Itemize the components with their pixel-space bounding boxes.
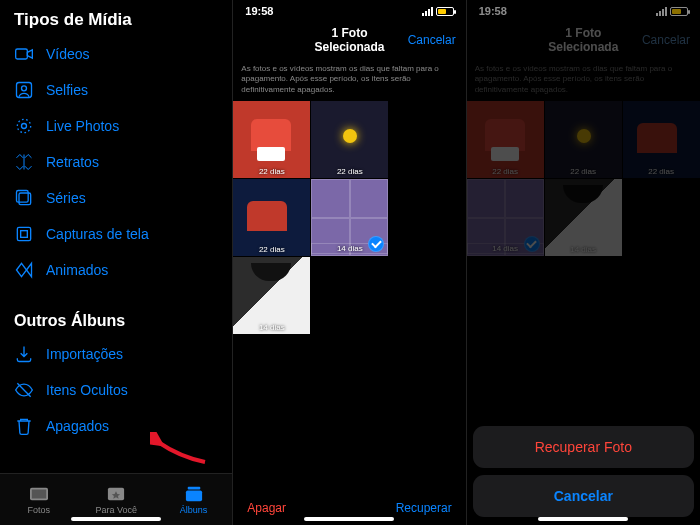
- item-portraits[interactable]: Retratos: [0, 144, 232, 180]
- tab-photos[interactable]: Fotos: [0, 474, 77, 525]
- svg-rect-6: [17, 191, 29, 203]
- item-deleted[interactable]: Apagados: [0, 408, 232, 444]
- albums-panel: Tipos de Mídia Vídeos Selfies Live Photo…: [0, 0, 233, 525]
- selfie-icon: [14, 80, 34, 100]
- svg-rect-10: [32, 489, 46, 498]
- svg-point-4: [17, 119, 30, 132]
- cancel-button[interactable]: Cancelar: [404, 33, 456, 47]
- label: Live Photos: [46, 118, 119, 134]
- animated-icon: [14, 260, 34, 280]
- sheet-cancel-button[interactable]: Cancelar: [473, 475, 694, 517]
- photo-thumb[interactable]: 14 dias: [233, 257, 310, 334]
- time: 19:58: [245, 5, 273, 17]
- tab-albums[interactable]: Álbuns: [155, 474, 232, 525]
- screenshot-icon: [14, 224, 34, 244]
- hidden-icon: [14, 380, 34, 400]
- bottom-toolbar: Apagar Recuperar: [233, 501, 465, 515]
- svg-rect-5: [19, 193, 31, 205]
- label: Apagados: [46, 418, 109, 434]
- photo-thumb-selected[interactable]: 14 dias: [311, 179, 388, 256]
- home-indicator: [71, 517, 161, 521]
- item-live-photos[interactable]: Live Photos: [0, 108, 232, 144]
- sheet-recover-button[interactable]: Recuperar Foto: [473, 426, 694, 468]
- item-selfies[interactable]: Selfies: [0, 72, 232, 108]
- label: Itens Ocultos: [46, 382, 128, 398]
- label: Álbuns: [180, 505, 208, 515]
- item-series[interactable]: Séries: [0, 180, 232, 216]
- svg-rect-8: [21, 231, 28, 238]
- home-indicator: [304, 517, 394, 521]
- signal-icon: [422, 7, 433, 16]
- video-icon: [14, 44, 34, 64]
- svg-point-2: [22, 86, 27, 91]
- item-hidden[interactable]: Itens Ocultos: [0, 372, 232, 408]
- svg-rect-7: [17, 227, 30, 240]
- label: Selfies: [46, 82, 88, 98]
- item-imports[interactable]: Importações: [0, 336, 232, 372]
- portrait-icon: [14, 152, 34, 172]
- item-videos[interactable]: Vídeos: [0, 36, 232, 72]
- photo-thumb[interactable]: 22 dias: [233, 179, 310, 256]
- label: Capturas de tela: [46, 226, 149, 242]
- battery-icon: [436, 7, 454, 16]
- label: Séries: [46, 190, 86, 206]
- status-bar: 19:58: [233, 0, 465, 20]
- label: Vídeos: [46, 46, 90, 62]
- home-indicator: [538, 517, 628, 521]
- other-albums-heading: Outros Álbuns: [0, 288, 232, 336]
- nav-header: 1 Foto Selecionada Cancelar: [233, 20, 465, 60]
- item-animated[interactable]: Animados: [0, 252, 232, 288]
- svg-rect-0: [16, 49, 28, 59]
- deleted-selection-panel: 19:58 1 Foto Selecionada Cancelar As fot…: [233, 0, 466, 525]
- info-text: As fotos e os vídeos mostram os dias que…: [233, 60, 465, 101]
- svg-point-3: [22, 124, 27, 129]
- delete-button[interactable]: Apagar: [247, 501, 286, 515]
- label: Fotos: [27, 505, 50, 515]
- photo-thumb[interactable]: 22 dias: [233, 101, 310, 178]
- label: Importações: [46, 346, 123, 362]
- action-sheet: Recuperar Foto Cancelar: [473, 426, 694, 517]
- svg-rect-1: [17, 83, 32, 98]
- burst-icon: [14, 188, 34, 208]
- media-types-heading: Tipos de Mídia: [0, 0, 232, 36]
- item-screenshots[interactable]: Capturas de tela: [0, 216, 232, 252]
- svg-rect-13: [185, 490, 201, 501]
- svg-rect-12: [187, 486, 200, 489]
- header-title: 1 Foto Selecionada: [295, 26, 403, 54]
- trash-icon: [14, 416, 34, 436]
- recover-sheet-panel: 19:58 1 Foto Selecionada Cancelar As fot…: [467, 0, 700, 525]
- photo-thumb[interactable]: 22 dias: [311, 101, 388, 178]
- import-icon: [14, 344, 34, 364]
- live-icon: [14, 116, 34, 136]
- recover-button[interactable]: Recuperar: [396, 501, 452, 515]
- label: Animados: [46, 262, 108, 278]
- label: Para Você: [95, 505, 137, 515]
- albums-tab-icon: [183, 485, 205, 503]
- photos-tab-icon: [28, 485, 50, 503]
- photo-grid: 22 dias 22 dias 22 dias 14 dias 14 dias: [233, 101, 465, 334]
- for-you-tab-icon: [105, 485, 127, 503]
- label: Retratos: [46, 154, 99, 170]
